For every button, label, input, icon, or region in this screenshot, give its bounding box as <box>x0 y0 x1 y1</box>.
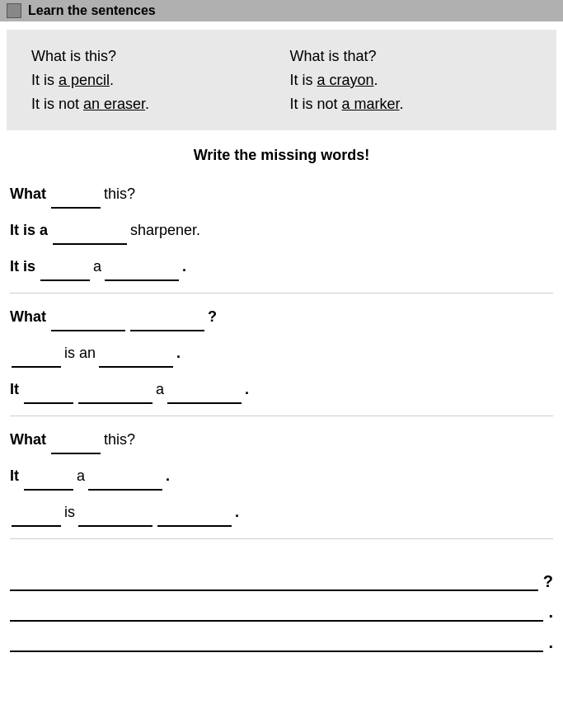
exercise-row-1-1: What this? <box>10 179 553 209</box>
punct-2-3: . <box>245 374 249 404</box>
blank-2-5[interactable] <box>24 386 73 404</box>
punct-3-2: . <box>166 461 170 491</box>
sentences-box: What is this? It is a pencil. It is not … <box>7 30 556 130</box>
bottom-answer-row-2: . <box>10 603 553 622</box>
exercise-row-3-1: What this? <box>10 425 553 454</box>
blank-2-3[interactable] <box>12 350 61 368</box>
blank-1-4[interactable] <box>105 263 179 281</box>
right-sentence-2: It is a crayon. <box>290 68 533 92</box>
blank-1-3[interactable] <box>40 263 90 281</box>
word-is-an: is an <box>64 338 96 368</box>
word-this-3: this? <box>104 425 135 454</box>
punct-3-3: . <box>235 497 239 527</box>
bottom-lines-area: ? . . <box>0 564 563 672</box>
exercise-row-2-1: What ? <box>10 302 553 331</box>
word-a-1: a <box>93 251 101 281</box>
checkbox-icon <box>7 3 21 18</box>
word-what-2: What <box>10 302 46 331</box>
bottom-punct-3: . <box>548 633 553 652</box>
word-a-3: a <box>77 461 85 491</box>
exercise-row-1-3: It is a . <box>10 251 553 281</box>
exercise-row-2-2: is an . <box>10 338 553 368</box>
blank-3-3[interactable] <box>88 472 162 491</box>
bottom-blank-1[interactable] <box>10 573 538 591</box>
exercise-row-2-3: It a . <box>10 374 553 404</box>
punct-2-1: ? <box>208 302 217 331</box>
word-this-1: this? <box>104 179 135 209</box>
word-what-3: What <box>10 425 46 454</box>
blank-2-1[interactable] <box>51 313 125 331</box>
blank-1-2[interactable] <box>53 227 127 245</box>
left-sentence-3: It is not an eraser. <box>31 92 274 116</box>
blank-3-1[interactable] <box>51 436 101 454</box>
header: Learn the sentences <box>0 0 563 21</box>
right-sentence-3: It is not a marker. <box>290 92 533 116</box>
exercise-group-1: What this? It is a sharpener. It is a . <box>10 179 553 294</box>
bottom-blank-3[interactable] <box>10 634 543 652</box>
exercise-group-2: What ? is an . It a . <box>10 302 553 416</box>
left-sentence-1: What is this? <box>31 45 274 68</box>
blank-2-2[interactable] <box>130 313 204 331</box>
word-what-1: What <box>10 179 46 209</box>
exercise-row-1-2: It is a sharpener. <box>10 215 553 245</box>
word-is-3: is <box>64 497 75 527</box>
exercise-area: Write the missing words! What this? It i… <box>0 139 563 556</box>
blank-3-4[interactable] <box>12 509 61 527</box>
header-title: Learn the sentences <box>28 3 156 18</box>
word-a-2: a <box>156 374 164 404</box>
left-sentences: What is this? It is a pencil. It is not … <box>31 45 274 115</box>
left-sentence-2: It is a pencil. <box>31 68 274 92</box>
right-sentence-1: What is that? <box>290 45 533 68</box>
punct-1-3: . <box>182 251 186 281</box>
word-it-is-a-1: It is a <box>10 215 48 245</box>
exercise-row-3-2: It a . <box>10 461 553 491</box>
right-sentences: What is that? It is a crayon. It is not … <box>290 45 533 115</box>
blank-2-4[interactable] <box>99 350 173 368</box>
blank-1-1[interactable] <box>51 190 101 209</box>
blank-2-7[interactable] <box>167 386 242 404</box>
blank-3-2[interactable] <box>24 472 73 491</box>
blank-2-6[interactable] <box>78 386 152 404</box>
bottom-answer-row-3: . <box>10 633 553 652</box>
exercise-group-3: What this? It a . is . <box>10 425 553 539</box>
word-it-is-1: It is <box>10 251 35 281</box>
word-it-3: It <box>10 461 19 491</box>
word-it-2: It <box>10 374 19 404</box>
blank-3-6[interactable] <box>157 509 232 527</box>
bottom-answer-row-1: ? <box>10 572 553 591</box>
bottom-blank-2[interactable] <box>10 604 543 622</box>
bottom-punct-1: ? <box>543 572 553 591</box>
exercise-title: Write the missing words! <box>10 147 553 164</box>
bottom-punct-2: . <box>548 603 553 622</box>
blank-3-5[interactable] <box>78 509 152 527</box>
exercise-row-3-3: is . <box>10 497 553 527</box>
punct-2-2: . <box>176 338 181 368</box>
word-sharpener: sharpener. <box>130 215 200 245</box>
